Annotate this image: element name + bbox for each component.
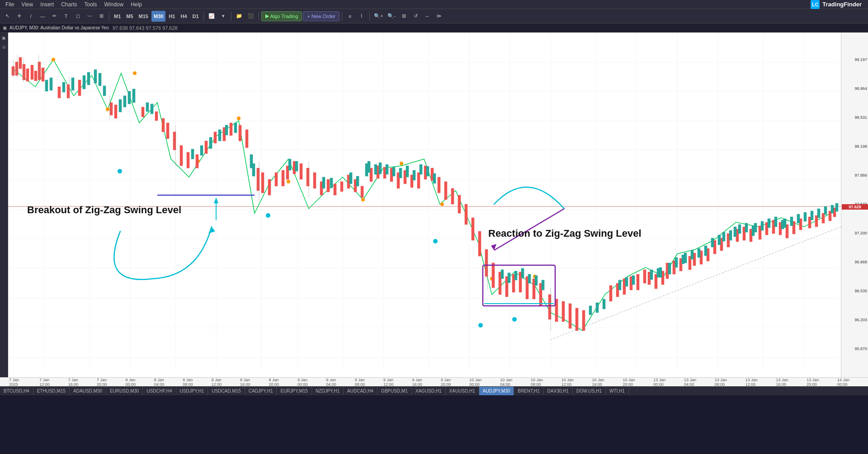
- hline-tool[interactable]: —: [37, 11, 48, 22]
- objects-tool[interactable]: ⊞: [96, 11, 107, 22]
- cursor-tool[interactable]: ↖: [2, 11, 13, 22]
- tf-d1[interactable]: D1: [190, 11, 201, 22]
- new-order-btn[interactable]: + New Order: [303, 11, 340, 21]
- sep1: [109, 12, 109, 21]
- fib-tool[interactable]: 〰: [84, 11, 95, 22]
- svg-rect-194: [399, 168, 402, 178]
- chart-style-btn[interactable]: ▾: [218, 11, 229, 22]
- more-btn[interactable]: ≫: [434, 11, 444, 22]
- svg-rect-242: [824, 206, 827, 215]
- menu-window[interactable]: Window: [101, 0, 127, 9]
- template-btn[interactable]: 📁: [234, 11, 245, 22]
- tab-audcad[interactable]: AUDCAD,H4: [344, 387, 377, 396]
- left-tool-2[interactable]: ◎: [0, 43, 8, 51]
- tab-xagusd[interactable]: XAGUSD,H1: [412, 387, 446, 396]
- tab-usdjpy[interactable]: USDJPY,H1: [176, 387, 208, 396]
- algo-trading-btn[interactable]: ▶ Algo Trading: [261, 11, 302, 21]
- tab-cadjpy[interactable]: CADJPY,H1: [245, 387, 277, 396]
- chart-canvas[interactable]: Breakout of Zig-Zag Swing Level Reaction…: [8, 33, 841, 377]
- menu-bar: File View Insert Charts Tools Window Hel…: [0, 0, 868, 9]
- left-tool-1[interactable]: ▣: [0, 34, 8, 42]
- price-98531: 98.531: [842, 115, 868, 120]
- tab-dowus[interactable]: DOW.US,H1: [573, 387, 606, 396]
- menu-view[interactable]: View: [18, 0, 37, 9]
- svg-rect-196: [413, 170, 415, 180]
- zoom-out-btn[interactable]: 🔍-: [386, 11, 397, 22]
- tf-m1[interactable]: M1: [112, 11, 123, 22]
- time-7jan-20: 7 Jan 20:00: [97, 378, 115, 387]
- svg-rect-210: [618, 280, 621, 290]
- svg-rect-79: [275, 173, 278, 186]
- svg-rect-174: [191, 149, 194, 159]
- tf-h1[interactable]: H1: [166, 11, 177, 22]
- svg-rect-156: [822, 213, 825, 223]
- tab-brent[interactable]: BRENT,H1: [514, 387, 543, 396]
- svg-rect-203: [521, 268, 524, 278]
- menu-tools[interactable]: Tools: [81, 0, 101, 9]
- tab-eurusd[interactable]: EURUSD,M30: [106, 387, 143, 396]
- svg-point-34: [133, 71, 137, 75]
- time-14jan-00: 14 Jan 00:00: [837, 378, 858, 387]
- tf-h4[interactable]: H4: [178, 11, 189, 22]
- tf-m15[interactable]: M15: [137, 11, 151, 22]
- tab-adausd[interactable]: ADAUSD,M30: [70, 387, 106, 396]
- svg-rect-224: [718, 235, 721, 245]
- tab-usdcad[interactable]: USDCAD,M15: [208, 387, 245, 396]
- chart-type-btn[interactable]: 📈: [206, 11, 217, 22]
- svg-point-33: [106, 108, 109, 111]
- svg-rect-186: [349, 173, 352, 184]
- scroll-btn[interactable]: ↔: [422, 11, 433, 22]
- svg-rect-56: [42, 68, 44, 81]
- svg-rect-63: [155, 112, 158, 121]
- pencil-tool[interactable]: ✏: [49, 11, 60, 22]
- zoom-in-btn[interactable]: 🔍+: [372, 11, 385, 22]
- svg-text:Breakout of Zig-Zag Swing Leve: Breakout of Zig-Zag Swing Level: [27, 204, 181, 215]
- menu-file[interactable]: File: [2, 0, 18, 9]
- tab-audjpy[interactable]: AUDJPY,M30: [479, 387, 514, 396]
- svg-rect-60: [110, 103, 113, 115]
- grid-btn[interactable]: ⊞: [398, 11, 409, 22]
- svg-point-39: [400, 162, 403, 165]
- svg-rect-162: [71, 78, 74, 90]
- tf-m30[interactable]: M30: [151, 11, 165, 22]
- svg-rect-237: [790, 217, 793, 226]
- tab-wti[interactable]: WTI,H1: [606, 387, 629, 396]
- time-9jan-20: 9 Jan 20:00: [441, 378, 459, 387]
- indicator-toggle[interactable]: ⬛: [245, 11, 256, 22]
- crosshair-tool[interactable]: ✛: [14, 11, 24, 22]
- price-98864: 98.864: [842, 86, 868, 91]
- menu-insert[interactable]: Insert: [37, 0, 57, 9]
- svg-rect-226: [729, 230, 732, 240]
- tab-ethusd[interactable]: ETHUSD,M15: [33, 387, 70, 396]
- svg-point-37: [287, 180, 290, 183]
- svg-rect-106: [458, 195, 461, 213]
- svg-rect-222: [704, 246, 707, 256]
- tab-nzdjpy[interactable]: NZDJPY,H1: [312, 387, 344, 396]
- time-10jan-12: 10 Jan 12:00: [561, 378, 582, 387]
- svg-rect-62: [142, 107, 144, 117]
- brand-logo: LC: [811, 0, 820, 9]
- line-tool[interactable]: /: [25, 11, 36, 22]
- svg-rect-176: [209, 137, 212, 149]
- svg-rect-83: [300, 164, 302, 179]
- tf-m5[interactable]: M5: [124, 11, 135, 22]
- menu-help[interactable]: Help: [127, 0, 146, 9]
- refresh-btn[interactable]: ↺: [410, 11, 421, 22]
- tab-btcusd[interactable]: BTCUSD,H4: [0, 387, 33, 396]
- svg-point-45: [433, 239, 438, 243]
- tab-xauusd[interactable]: XAUUSD,H1: [446, 387, 479, 396]
- tab-usdchf[interactable]: USDCHF,H4: [143, 387, 176, 396]
- time-8jan-08: 8 Jan 08:00: [183, 378, 201, 387]
- text-tool[interactable]: T: [61, 11, 71, 22]
- time-13jan-20: 13 Jan 20:00: [807, 378, 827, 387]
- svg-rect-80: [282, 170, 284, 186]
- tab-gbpusd[interactable]: GBPUSD,M1: [377, 387, 412, 396]
- tab-eurjpy[interactable]: EURJPY,M15: [277, 387, 311, 396]
- shapes-tool[interactable]: ◻: [72, 11, 83, 22]
- tab-dax30[interactable]: DAX30,H1: [544, 387, 573, 396]
- svg-rect-195: [406, 166, 409, 177]
- svg-rect-244: [835, 203, 838, 211]
- menu-charts[interactable]: Charts: [57, 0, 80, 9]
- signals-btn[interactable]: ⌇: [356, 11, 367, 22]
- depth-btn[interactable]: ≡: [344, 11, 355, 22]
